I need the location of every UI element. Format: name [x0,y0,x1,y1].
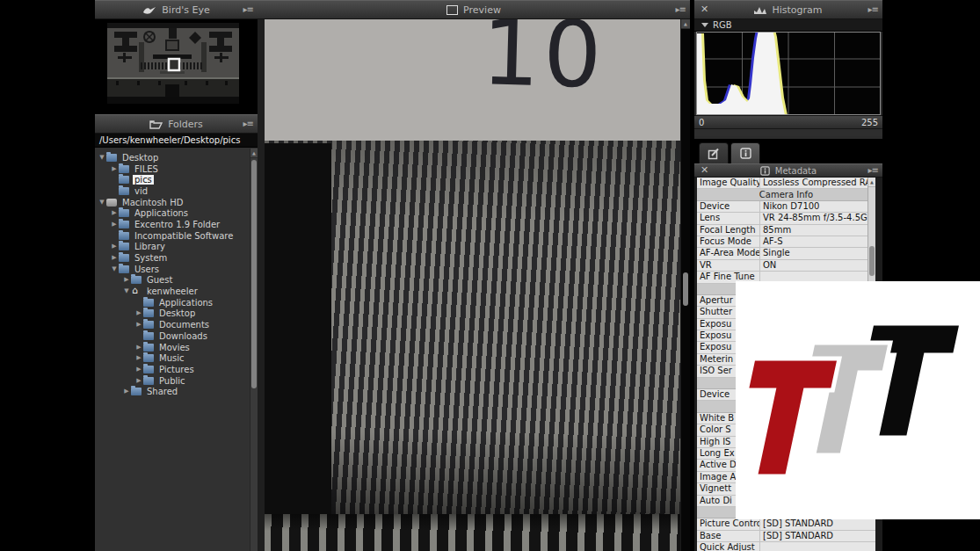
disclosure-triangle-icon[interactable]: ▶ [134,344,143,351]
close-icon[interactable]: ✕ [701,4,708,14]
folder-label: Users [133,265,161,274]
folders-header[interactable]: Folders ▸≡ [95,114,258,134]
disclosure-triangle-icon[interactable]: ▶ [134,355,143,361]
metadata-scroll-thumb[interactable] [869,246,875,276]
folder-tree-item[interactable]: ▶System [95,252,250,264]
folder-tree-item[interactable]: ▶Excentro 1.9 Folder [95,219,250,230]
disclosure-triangle-icon[interactable]: ▼ [110,266,119,272]
folder-icon [119,265,129,273]
folder-tree-item[interactable]: Applications [95,297,250,308]
metadata-row[interactable]: VRON [697,260,875,272]
disclosure-triangle-icon[interactable]: ▼ [98,199,106,206]
folder-icon [143,354,154,362]
disclosure-triangle-icon[interactable]: ▶ [110,166,119,172]
folder-tree-item[interactable]: ▶Applications [95,207,250,219]
metadata-menu-icon[interactable]: ▸≡ [868,165,878,175]
scale-max: 255 [861,118,878,127]
folder-path-bar[interactable]: /Users/kenwheeler/Desktop/pics [95,134,258,148]
folder-tree-item[interactable]: ▶Guest [95,275,250,286]
disclosure-triangle-icon[interactable]: ▶ [122,388,131,395]
folder-icon [119,254,129,262]
disclosure-triangle-icon[interactable]: ▶ [110,243,119,250]
metadata-row[interactable]: Image QualityLossless Compressed RAW [697,178,875,189]
preview-image[interactable]: 10 [265,19,680,551]
preview-header[interactable]: Preview ▸≡ [258,0,690,19]
folder-icon [143,344,154,352]
folder-tree-item[interactable]: ▶Library [95,242,250,253]
folder-tree-item[interactable]: ▼Desktop [95,152,250,163]
folder-tree-item[interactable]: ▶Public [95,375,250,387]
folder-tree-item[interactable]: ▶Shared [95,386,250,397]
disclosure-triangle-icon[interactable]: ▶ [134,310,143,316]
folder-tree-item[interactable]: ▼Users [95,264,250,275]
metadata-value: Lossless Compressed RAW [760,178,875,188]
folder-tree-item[interactable]: pics [95,174,250,185]
folder-tree-item[interactable]: ▶Movies [95,342,250,353]
close-icon[interactable]: ✕ [701,165,708,175]
disclosure-triangle-icon[interactable]: ▶ [134,366,143,373]
preview-menu-icon[interactable]: ▸≡ [676,4,686,14]
metadata-row[interactable]: Focus ModeAF-S [697,236,875,248]
folder-label: kenwheeler [145,286,200,296]
testchart-black-block [265,143,331,514]
scroll-up-arrow-icon[interactable]: ▲ [868,178,875,187]
scroll-up-arrow-icon[interactable]: ▲ [681,19,690,29]
folders-menu-icon[interactable]: ▸≡ [243,119,253,128]
metadata-label: Lens [697,213,760,223]
folder-icon [119,221,129,228]
metadata-row[interactable]: LensVR 24-85mm f/3.5-4.5G [697,213,875,224]
testchart-background [265,19,680,142]
metadata-row[interactable]: Quick Adjust [697,542,875,551]
birdseye-thumbnail[interactable] [107,23,239,104]
metadata-row[interactable]: Picture Control[SD] STANDARD [697,518,875,530]
disclosure-triangle-icon[interactable]: ▼ [122,288,131,294]
metadata-row[interactable]: AF-Area ModeSingle [697,248,875,259]
folder-tree-item[interactable]: ▶Documents [95,319,250,330]
metadata-header[interactable]: ✕ Metadata ▸≡ [694,163,882,178]
metadata-row[interactable]: Focal Length85mm [697,225,875,236]
histogram-menu-icon[interactable]: ▸≡ [868,4,878,14]
folder-label: vid [133,186,149,196]
folder-tree-item[interactable]: Downloads [95,330,250,342]
channel-select[interactable]: RGB [694,19,882,32]
disclosure-triangle-icon[interactable]: ▶ [122,277,131,283]
folder-label: System [133,253,169,263]
tab-adjustments[interactable] [699,142,729,163]
metadata-row[interactable]: Base[SD] STANDARD [697,531,875,542]
bird-icon [142,5,156,15]
folder-tree-item[interactable]: ▶Pictures [95,364,250,375]
folders-scrollbar[interactable]: ▲ [250,149,258,551]
folder-tree-item[interactable]: vid [95,185,250,197]
folder-icon [131,276,142,284]
app-window: { "birdseye": { "title": "Bird's Eye", "… [0,0,980,551]
folder-label: Applications [157,298,214,308]
testchart-coarse-stripes [265,514,680,551]
preview-scroll-thumb[interactable] [683,272,688,306]
histogram-plot[interactable] [696,32,881,115]
folder-icon [143,366,154,373]
preview-scrollbar[interactable]: ▲ [680,19,690,551]
tab-metadata[interactable] [730,142,760,163]
folder-tree-item[interactable]: ▶Music [95,352,250,364]
disclosure-triangle-icon[interactable]: ▶ [134,322,143,328]
disclosure-triangle-icon[interactable]: ▼ [98,155,106,161]
folder-icon [119,209,129,217]
birdseye-menu-icon[interactable]: ▸≡ [243,4,253,14]
disclosure-triangle-icon[interactable]: ▶ [110,210,119,216]
folders-scroll-thumb[interactable] [251,160,257,388]
disclosure-triangle-icon[interactable]: ▶ [110,255,119,261]
metadata-title: Metadata [775,166,817,176]
folder-tree-item[interactable]: ▼Macintosh HD [95,197,250,208]
folder-tree-item[interactable]: ▼kenwheeler [95,286,250,297]
metadata-row[interactable]: DeviceNikon D7100 [697,201,875,213]
metadata-label: Focal Length [697,225,760,236]
folder-tree-item[interactable]: ▶FILES [95,163,250,175]
birdseye-header[interactable]: Bird's Eye ▸≡ [95,0,258,19]
birdseye-view-indicator [169,59,179,70]
scroll-up-arrow-icon[interactable]: ▲ [250,149,258,158]
disclosure-triangle-icon[interactable]: ▶ [134,378,143,384]
folder-tree-item[interactable]: Incompatible Software [95,230,250,242]
disclosure-triangle-icon[interactable]: ▶ [110,221,119,228]
histogram-header[interactable]: ✕ Histogram ▸≡ [694,0,882,19]
folder-tree-item[interactable]: ▶Desktop [95,308,250,320]
